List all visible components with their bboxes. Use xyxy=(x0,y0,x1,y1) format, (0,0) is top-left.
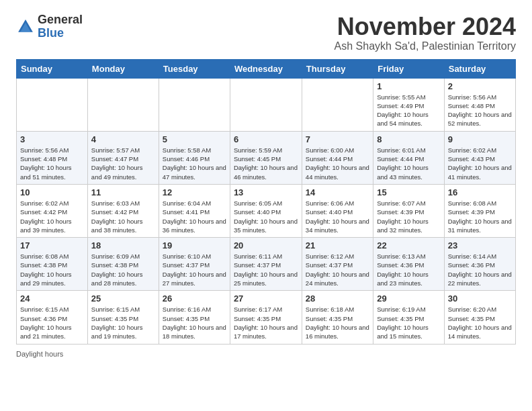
weekday-header: Wednesday xyxy=(230,59,302,78)
day-number: 28 xyxy=(306,293,369,304)
day-info: Sunrise: 6:00 AM Sunset: 4:44 PM Dayligh… xyxy=(306,146,369,181)
day-number: 1 xyxy=(377,81,441,91)
calendar-cell xyxy=(17,78,88,131)
weekday-header: Friday xyxy=(373,59,445,78)
calendar-week-row: 24Sunrise: 6:15 AM Sunset: 4:36 PM Dayli… xyxy=(17,291,516,344)
day-number: 16 xyxy=(448,187,512,197)
header: General Blue November 2024 Ash Shaykh Sa… xyxy=(16,13,516,52)
page-container: General Blue November 2024 Ash Shaykh Sa… xyxy=(16,13,516,358)
day-info: Sunrise: 6:20 AM Sunset: 4:35 PM Dayligh… xyxy=(448,305,512,340)
day-info: Sunrise: 5:56 AM Sunset: 4:48 PM Dayligh… xyxy=(448,93,512,128)
weekday-header: Sunday xyxy=(17,59,88,78)
calendar-table: SundayMondayTuesdayWednesdayThursdayFrid… xyxy=(16,59,516,345)
day-number: 9 xyxy=(448,134,512,144)
calendar-cell: 25Sunrise: 6:15 AM Sunset: 4:35 PM Dayli… xyxy=(87,291,159,344)
day-info: Sunrise: 6:12 AM Sunset: 4:37 PM Dayligh… xyxy=(306,252,369,287)
day-number: 2 xyxy=(448,81,512,91)
calendar-cell: 8Sunrise: 6:01 AM Sunset: 4:44 PM Daylig… xyxy=(373,131,445,184)
day-number: 20 xyxy=(234,240,298,250)
day-info: Sunrise: 6:17 AM Sunset: 4:35 PM Dayligh… xyxy=(234,305,298,340)
day-info: Sunrise: 6:19 AM Sunset: 4:35 PM Dayligh… xyxy=(377,305,441,340)
day-number: 22 xyxy=(377,240,441,250)
day-info: Sunrise: 6:03 AM Sunset: 4:42 PM Dayligh… xyxy=(91,199,155,234)
calendar-cell: 6Sunrise: 5:59 AM Sunset: 4:45 PM Daylig… xyxy=(230,131,302,184)
calendar-cell xyxy=(230,78,302,131)
calendar-cell: 4Sunrise: 5:57 AM Sunset: 4:47 PM Daylig… xyxy=(87,131,159,184)
calendar-cell: 13Sunrise: 6:05 AM Sunset: 4:40 PM Dayli… xyxy=(230,184,302,237)
day-number: 21 xyxy=(306,240,369,250)
calendar-cell: 17Sunrise: 6:08 AM Sunset: 4:38 PM Dayli… xyxy=(17,238,88,291)
calendar-cell: 16Sunrise: 6:08 AM Sunset: 4:39 PM Dayli… xyxy=(444,184,515,237)
day-info: Sunrise: 6:02 AM Sunset: 4:43 PM Dayligh… xyxy=(448,146,512,181)
calendar-week-row: 1Sunrise: 5:55 AM Sunset: 4:49 PM Daylig… xyxy=(17,78,516,131)
calendar-cell: 24Sunrise: 6:15 AM Sunset: 4:36 PM Dayli… xyxy=(17,291,88,344)
day-number: 19 xyxy=(163,240,226,250)
weekday-header: Saturday xyxy=(444,59,515,78)
day-number: 29 xyxy=(377,293,441,304)
calendar-cell: 19Sunrise: 6:10 AM Sunset: 4:37 PM Dayli… xyxy=(159,238,230,291)
day-number: 15 xyxy=(377,187,441,197)
day-number: 27 xyxy=(234,293,298,304)
day-info: Sunrise: 5:56 AM Sunset: 4:48 PM Dayligh… xyxy=(20,146,84,181)
day-info: Sunrise: 6:16 AM Sunset: 4:35 PM Dayligh… xyxy=(163,305,226,340)
calendar-cell xyxy=(302,78,373,131)
calendar-cell: 21Sunrise: 6:12 AM Sunset: 4:37 PM Dayli… xyxy=(302,238,373,291)
day-info: Sunrise: 6:06 AM Sunset: 4:40 PM Dayligh… xyxy=(306,199,369,234)
daylight-label: Daylight hours xyxy=(16,350,63,358)
calendar-cell: 9Sunrise: 6:02 AM Sunset: 4:43 PM Daylig… xyxy=(444,131,515,184)
logo-blue: Blue xyxy=(38,27,83,40)
day-number: 6 xyxy=(234,134,298,144)
calendar-cell xyxy=(159,78,230,131)
day-number: 24 xyxy=(20,293,84,304)
day-info: Sunrise: 6:02 AM Sunset: 4:42 PM Dayligh… xyxy=(20,199,84,234)
day-info: Sunrise: 6:09 AM Sunset: 4:38 PM Dayligh… xyxy=(91,252,155,287)
title-block: November 2024 Ash Shaykh Sa'd, Palestini… xyxy=(335,13,516,52)
day-info: Sunrise: 6:15 AM Sunset: 4:36 PM Dayligh… xyxy=(20,305,84,340)
calendar-cell: 11Sunrise: 6:03 AM Sunset: 4:42 PM Dayli… xyxy=(87,184,159,237)
calendar-cell xyxy=(87,78,159,131)
day-info: Sunrise: 5:59 AM Sunset: 4:45 PM Dayligh… xyxy=(234,146,298,181)
calendar-cell: 20Sunrise: 6:11 AM Sunset: 4:37 PM Dayli… xyxy=(230,238,302,291)
calendar-cell: 30Sunrise: 6:20 AM Sunset: 4:35 PM Dayli… xyxy=(444,291,515,344)
weekday-header: Monday xyxy=(87,59,159,78)
day-number: 12 xyxy=(163,187,226,197)
calendar-week-row: 10Sunrise: 6:02 AM Sunset: 4:42 PM Dayli… xyxy=(17,184,516,237)
calendar-cell: 29Sunrise: 6:19 AM Sunset: 4:35 PM Dayli… xyxy=(373,291,445,344)
day-number: 26 xyxy=(163,293,226,304)
day-info: Sunrise: 6:10 AM Sunset: 4:37 PM Dayligh… xyxy=(163,252,226,287)
calendar-cell: 2Sunrise: 5:56 AM Sunset: 4:48 PM Daylig… xyxy=(444,78,515,131)
calendar-cell: 10Sunrise: 6:02 AM Sunset: 4:42 PM Dayli… xyxy=(17,184,88,237)
day-info: Sunrise: 6:15 AM Sunset: 4:35 PM Dayligh… xyxy=(91,305,155,340)
day-number: 13 xyxy=(234,187,298,197)
day-info: Sunrise: 5:55 AM Sunset: 4:49 PM Dayligh… xyxy=(377,93,441,128)
logo-text: General Blue xyxy=(38,13,83,40)
calendar-cell: 22Sunrise: 6:13 AM Sunset: 4:36 PM Dayli… xyxy=(373,238,445,291)
day-number: 18 xyxy=(91,240,155,250)
calendar-cell: 1Sunrise: 5:55 AM Sunset: 4:49 PM Daylig… xyxy=(373,78,445,131)
calendar-cell: 15Sunrise: 6:07 AM Sunset: 4:39 PM Dayli… xyxy=(373,184,445,237)
weekday-header: Thursday xyxy=(302,59,373,78)
day-info: Sunrise: 6:04 AM Sunset: 4:41 PM Dayligh… xyxy=(163,199,226,234)
day-number: 10 xyxy=(20,187,84,197)
day-number: 11 xyxy=(91,187,155,197)
day-info: Sunrise: 6:14 AM Sunset: 4:36 PM Dayligh… xyxy=(448,252,512,287)
calendar-cell: 18Sunrise: 6:09 AM Sunset: 4:38 PM Dayli… xyxy=(87,238,159,291)
day-info: Sunrise: 6:07 AM Sunset: 4:39 PM Dayligh… xyxy=(377,199,441,234)
day-number: 3 xyxy=(20,134,84,144)
calendar-cell: 3Sunrise: 5:56 AM Sunset: 4:48 PM Daylig… xyxy=(17,131,88,184)
calendar-cell: 14Sunrise: 6:06 AM Sunset: 4:40 PM Dayli… xyxy=(302,184,373,237)
day-info: Sunrise: 5:58 AM Sunset: 4:46 PM Dayligh… xyxy=(163,146,226,181)
day-number: 7 xyxy=(306,134,369,144)
day-number: 5 xyxy=(163,134,226,144)
footer: Daylight hours xyxy=(16,350,516,358)
logo-general: General xyxy=(38,13,83,27)
subtitle: Ash Shaykh Sa'd, Palestinian Territory xyxy=(335,40,516,52)
weekday-header: Tuesday xyxy=(159,59,230,78)
calendar-week-row: 3Sunrise: 5:56 AM Sunset: 4:48 PM Daylig… xyxy=(17,131,516,184)
day-info: Sunrise: 6:11 AM Sunset: 4:37 PM Dayligh… xyxy=(234,252,298,287)
day-number: 4 xyxy=(91,134,155,144)
day-info: Sunrise: 6:01 AM Sunset: 4:44 PM Dayligh… xyxy=(377,146,441,181)
calendar-cell: 5Sunrise: 5:58 AM Sunset: 4:46 PM Daylig… xyxy=(159,131,230,184)
day-number: 8 xyxy=(377,134,441,144)
day-info: Sunrise: 6:08 AM Sunset: 4:39 PM Dayligh… xyxy=(448,199,512,234)
